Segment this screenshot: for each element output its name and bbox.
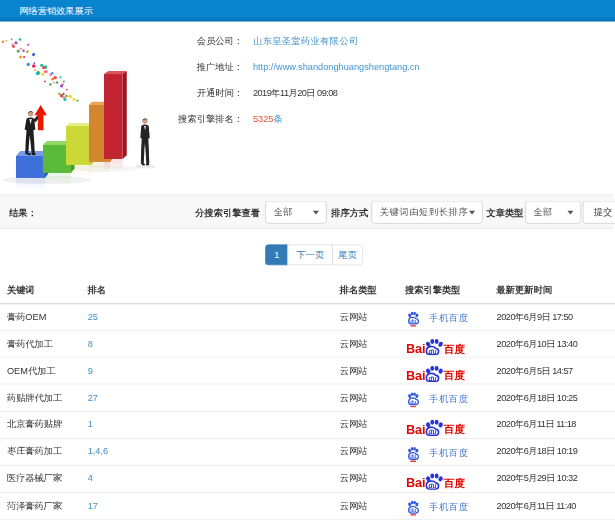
svg-text:百度: 百度	[444, 369, 466, 381]
svg-text:du: du	[429, 483, 437, 490]
svg-text:du: du	[429, 347, 437, 354]
svg-text:du: du	[410, 400, 416, 405]
svg-text:百度: 百度	[444, 342, 466, 354]
svg-text:百度: 百度	[444, 423, 466, 435]
svg-text:Bai: Bai	[407, 423, 426, 436]
svg-text:du: du	[429, 429, 437, 436]
svg-text:du: du	[410, 508, 416, 513]
svg-text:du: du	[410, 454, 416, 459]
svg-text:Bai: Bai	[407, 342, 426, 355]
svg-text:du: du	[429, 375, 437, 382]
svg-text:du: du	[410, 319, 416, 324]
svg-text:百度: 百度	[444, 477, 466, 489]
svg-text:Bai: Bai	[407, 369, 426, 382]
svg-text:Bai: Bai	[407, 477, 426, 490]
